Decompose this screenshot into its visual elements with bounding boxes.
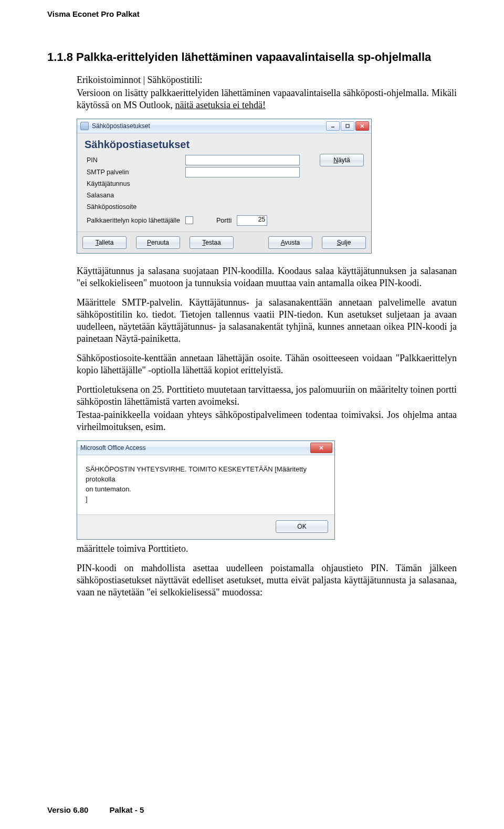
dialog-title: Sähköpostiasetukset: [92, 122, 150, 130]
error-dialog-title: Microsoft Office Access: [80, 444, 145, 452]
minimize-button[interactable]: [326, 121, 340, 131]
password-label: Salasana: [87, 192, 181, 199]
copy-to-sender-label: Palkkaerittelyn kopio lähettäjälle: [87, 217, 181, 224]
smtp-label: SMTP palvelin: [87, 169, 181, 176]
dialog-titlebar: Sähköpostiasetukset: [77, 119, 371, 133]
cancel-button[interactable]: Peruuta: [136, 236, 180, 249]
email-settings-dialog: Sähköpostiasetukset Sähköpostiasetukset …: [77, 119, 372, 254]
breadcrumb-path: Erikoistoiminnot | Sähköpostitili:: [77, 74, 457, 86]
pin-input[interactable]: [185, 155, 300, 165]
intro-paragraph: Versioon on lisätty palkkaerittelyiden l…: [77, 87, 457, 111]
page-header: Visma Econet Pro Palkat: [47, 9, 457, 18]
user-label: Käyttäjätunnus: [87, 180, 181, 187]
show-button[interactable]: Näytä: [320, 154, 364, 166]
paragraph-smtp-info: Määrittele SMTP-palvelin. Käyttäjätunnus…: [77, 297, 457, 345]
section-number: 1.1.8: [47, 50, 73, 64]
email-label: Sähköpostiosoite: [87, 203, 181, 211]
paragraph-pin-reset: PIN-koodi on mahdollista asettaa uudelle…: [77, 562, 457, 599]
error-titlebar: Microsoft Office Access: [77, 441, 334, 455]
error-message: SÄHKÖPOSTIN YHTEYSVIRHE. TOIMITO KESKEYT…: [77, 455, 334, 515]
paragraph-test-button: Testaa-painikkeella voidaan yhteys sähkö…: [77, 409, 457, 433]
save-button[interactable]: Talleta: [82, 236, 127, 249]
close-dialog-button[interactable]: Sulje: [322, 236, 366, 249]
app-icon: [80, 122, 89, 130]
section-title: 1.1.8 Palkka-erittelyiden lähettäminen v…: [47, 50, 457, 65]
help-button[interactable]: Avusta: [268, 236, 312, 249]
port-label: Portti: [216, 217, 232, 224]
err-close-button[interactable]: [310, 443, 332, 453]
page-footer: Versio 6.80 Palkat - 5: [47, 805, 144, 814]
dialog-heading: Sähköpostiasetukset: [77, 133, 371, 152]
ok-button[interactable]: OK: [276, 520, 328, 533]
close-button[interactable]: [355, 121, 369, 131]
test-button[interactable]: Testaa: [190, 236, 234, 249]
copy-to-sender-checkbox[interactable]: [185, 216, 193, 224]
footer-version: Versio 6.80: [47, 805, 88, 814]
section-heading: Palkka-erittelyiden lähettäminen vapaava…: [76, 50, 431, 64]
port-input[interactable]: 25: [237, 215, 267, 226]
paragraph-port-default: Porttioletuksena on 25. Porttitieto muut…: [77, 384, 457, 408]
paragraph-define-port: määrittele toimiva Porttitieto.: [77, 543, 457, 555]
paragraph-email-field: Sähköpostiosoite-kenttään annetaan lähet…: [77, 352, 457, 376]
footer-page: Palkat - 5: [109, 805, 144, 814]
smtp-input[interactable]: [185, 167, 300, 177]
maximize-button[interactable]: [341, 121, 354, 131]
svg-rect-1: [346, 124, 349, 128]
error-dialog: Microsoft Office Access SÄHKÖPOSTIN YHTE…: [77, 440, 335, 540]
paragraph-pin-info: Käyttäjätunnus ja salasana suojataan PIN…: [77, 265, 457, 289]
pin-label: PIN: [87, 156, 181, 164]
